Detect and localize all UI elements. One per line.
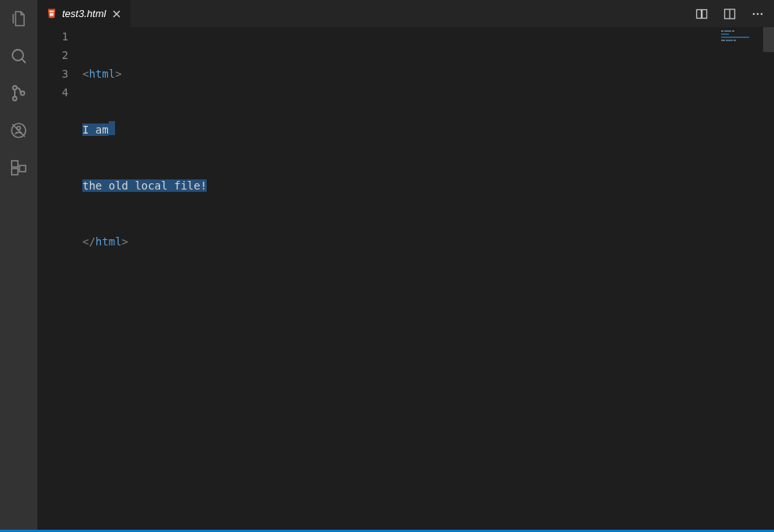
svg-point-17 — [753, 12, 755, 15]
svg-point-19 — [761, 12, 763, 15]
selection-trail — [109, 121, 115, 135]
split-editor-icon[interactable] — [721, 5, 738, 23]
compare-icon[interactable] — [693, 5, 710, 23]
line-number: 2 — [37, 46, 68, 64]
tab-label: test3.html — [62, 8, 106, 19]
punct: > — [115, 68, 121, 80]
svg-point-0 — [12, 50, 23, 61]
explorer-icon[interactable] — [8, 8, 30, 30]
svg-rect-9 — [12, 169, 18, 175]
svg-point-3 — [13, 97, 17, 101]
editor-actions — [685, 0, 774, 27]
svg-rect-14 — [703, 9, 707, 18]
svg-rect-13 — [697, 9, 702, 18]
tab-bar: test3.html — [37, 0, 774, 27]
debug-icon[interactable] — [8, 120, 30, 141]
source-control-icon[interactable] — [8, 82, 30, 104]
code-line: </html> — [82, 232, 716, 251]
line-number: 4 — [37, 83, 68, 102]
line-number: 3 — [37, 64, 68, 83]
punct: > — [122, 235, 128, 248]
minimap[interactable] — [716, 27, 763, 532]
selected-text: I am — [82, 123, 109, 136]
line-number-gutter: 1 2 3 4 — [37, 27, 82, 532]
code-editor[interactable]: 1 2 3 4 <html> I am the old local file! … — [37, 27, 716, 532]
extensions-icon[interactable] — [8, 157, 30, 179]
svg-line-1 — [22, 59, 26, 63]
punct: </ — [82, 235, 96, 248]
activity-bar — [0, 0, 37, 532]
svg-rect-10 — [19, 165, 26, 172]
selected-text: the old local file! — [82, 179, 207, 192]
tag-name: html — [89, 68, 115, 80]
svg-rect-8 — [12, 161, 18, 167]
svg-point-2 — [13, 86, 17, 90]
code-line: I am — [82, 120, 716, 139]
vertical-scrollbar[interactable] — [763, 27, 774, 532]
minimap-content — [721, 30, 749, 41]
scrollbar-thumb[interactable] — [763, 27, 774, 52]
line-number: 1 — [37, 27, 68, 46]
html5-icon — [45, 8, 58, 20]
close-icon[interactable] — [110, 8, 123, 20]
tag-name: html — [96, 235, 122, 248]
editor-area: 1 2 3 4 <html> I am the old local file! … — [37, 27, 774, 532]
tab-test3-html[interactable]: test3.html — [37, 0, 131, 27]
code-line: the old local file! — [82, 176, 716, 195]
tabs-left: test3.html — [37, 0, 131, 27]
svg-point-18 — [757, 12, 759, 15]
main-column: test3.html — [37, 0, 774, 532]
more-icon[interactable] — [749, 5, 766, 23]
search-icon[interactable] — [8, 45, 30, 67]
code-line: <html> — [82, 64, 716, 83]
code-content[interactable]: <html> I am the old local file! </html> — [82, 27, 716, 532]
